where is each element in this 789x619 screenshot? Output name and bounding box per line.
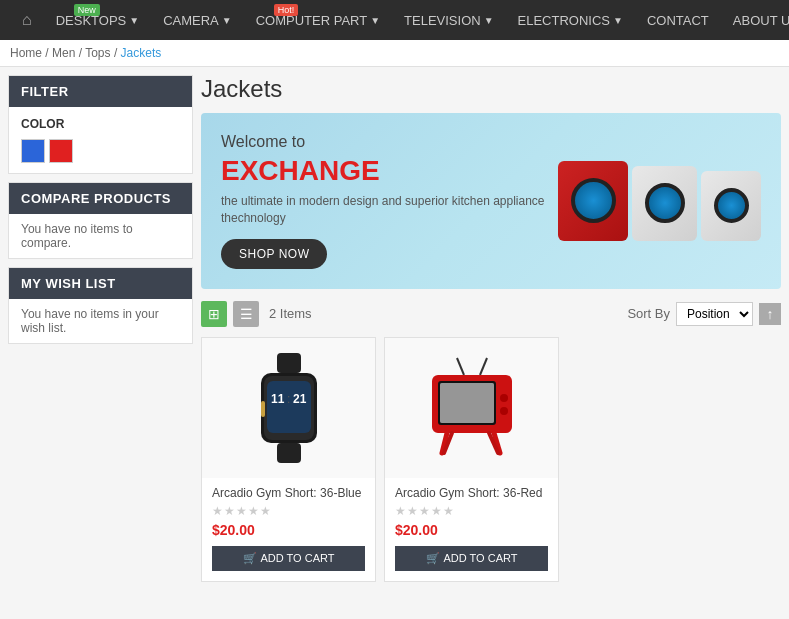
breadcrumb-men[interactable]: Men: [52, 46, 75, 60]
compare-products-text: You have no items to compare.: [9, 214, 192, 258]
nav-item-camera[interactable]: CAMERA ▼: [151, 0, 244, 40]
chevron-down-icon: ▼: [613, 15, 623, 26]
svg-text:21: 21: [293, 392, 307, 406]
nav-label-contact: CONTACT: [647, 13, 709, 28]
nav-label-computer-part: COMPUTER PART: [256, 13, 367, 28]
breadcrumb: Home / Men / Tops / Jackets: [0, 40, 789, 67]
breadcrumb-current: Jackets: [121, 46, 162, 60]
filter-block: FILTER COLOR: [8, 75, 193, 174]
svg-text:11: 11: [271, 392, 285, 406]
breadcrumb-tops[interactable]: Tops: [85, 46, 110, 60]
product-info-1: Arcadio Gym Short: 36-Blue ★★★★★ $20.00: [202, 486, 375, 538]
product-price-2: $20.00: [395, 522, 548, 538]
svg-point-16: [500, 407, 508, 415]
wishlist-title: MY WISH LIST: [9, 268, 192, 299]
add-to-cart-button-1[interactable]: 🛒 ADD TO CART: [212, 546, 365, 571]
promotional-banner: Welcome to EXCHANGE the ultimate in mode…: [201, 113, 781, 289]
washing-machine-door-white-2: [714, 188, 749, 223]
nav-label-television: TELEVISION: [404, 13, 481, 28]
washing-machines-illustration: [558, 161, 761, 241]
badge-hot: Hot!: [274, 4, 299, 16]
svg-rect-3: [267, 381, 311, 433]
compare-products-block: COMPARE PRODUCTS You have no items to co…: [8, 182, 193, 259]
product-stars-1: ★★★★★: [212, 504, 365, 518]
product-image-1: 11 : 21: [202, 338, 375, 478]
wishlist-text: You have no items in your wish list.: [9, 299, 192, 343]
color-filter-label: COLOR: [21, 117, 180, 131]
svg-rect-8: [261, 401, 265, 417]
nav-label-camera: CAMERA: [163, 13, 219, 28]
banner-title: EXCHANGE: [221, 155, 558, 187]
svg-text::: :: [287, 392, 290, 406]
products-toolbar: ⊞ ☰ 2 Items Sort By Position Name Price …: [201, 301, 781, 327]
banner-image: [558, 161, 761, 241]
product-name-2: Arcadio Gym Short: 36-Red: [395, 486, 548, 500]
sort-select[interactable]: Position Name Price: [676, 302, 753, 326]
washing-machine-door-white-1: [645, 183, 685, 223]
product-info-2: Arcadio Gym Short: 36-Red ★★★★★ $20.00: [385, 486, 558, 538]
nav-item-desktops[interactable]: DESKTOPS New ▼: [44, 0, 151, 40]
color-swatches: [21, 139, 180, 163]
page-title: Jackets: [201, 75, 781, 103]
grid-view-icon: ⊞: [208, 306, 220, 322]
svg-rect-14: [440, 383, 494, 423]
wishlist-block: MY WISH LIST You have no items in your w…: [8, 267, 193, 344]
chevron-down-icon: ▼: [129, 15, 139, 26]
breadcrumb-home[interactable]: Home: [10, 46, 42, 60]
badge-new: New: [74, 4, 100, 16]
product-stars-2: ★★★★★: [395, 504, 548, 518]
top-navigation: ⌂ DESKTOPS New ▼ CAMERA ▼ COMPUTER PART …: [0, 0, 789, 40]
filter-content: COLOR: [9, 107, 192, 173]
product-price-1: $20.00: [212, 522, 365, 538]
shop-now-button[interactable]: SHOP NOW: [221, 239, 327, 269]
banner-text-area: Welcome to EXCHANGE the ultimate in mode…: [221, 133, 558, 269]
nav-item-contact[interactable]: CONTACT: [635, 0, 721, 40]
retro-tv-illustration: [422, 353, 522, 463]
nav-item-about-us[interactable]: ABOUT US ▼: [721, 0, 789, 40]
washing-machine-white-2: [701, 171, 761, 241]
compare-products-title: COMPARE PRODUCTS: [9, 183, 192, 214]
svg-rect-0: [277, 353, 301, 373]
svg-rect-7: [277, 443, 301, 463]
nav-item-television[interactable]: TELEVISION ▼: [392, 0, 505, 40]
nav-label-about-us: ABOUT US: [733, 13, 789, 28]
nav-item-electronics[interactable]: ELECTRONICS ▼: [506, 0, 635, 40]
color-swatch-blue[interactable]: [21, 139, 45, 163]
svg-point-15: [500, 394, 508, 402]
sort-label: Sort By: [627, 306, 670, 321]
cart-icon-2: 🛒: [426, 552, 440, 565]
chevron-down-icon: ▼: [370, 15, 380, 26]
product-card-1[interactable]: 11 : 21 Arcadio Gym Short: 36-Blue ★★★★★…: [201, 337, 376, 582]
washing-machine-white-1: [632, 166, 697, 241]
grid-view-button[interactable]: ⊞: [201, 301, 227, 327]
items-count: 2 Items: [269, 306, 312, 321]
sort-direction-button[interactable]: ↑: [759, 303, 781, 325]
list-view-icon: ☰: [240, 306, 253, 322]
washing-machine-door-red: [571, 178, 616, 223]
add-to-cart-button-2[interactable]: 🛒 ADD TO CART: [395, 546, 548, 571]
sidebar: FILTER COLOR COMPARE PRODUCTS You have n…: [8, 75, 193, 582]
product-image-2: [385, 338, 558, 478]
main-layout: FILTER COLOR COMPARE PRODUCTS You have n…: [0, 67, 789, 590]
chevron-down-icon: ▼: [222, 15, 232, 26]
nav-label-electronics: ELECTRONICS: [518, 13, 610, 28]
svg-line-9: [457, 358, 464, 375]
svg-line-10: [480, 358, 487, 375]
add-to-cart-label-2: ADD TO CART: [444, 552, 518, 564]
banner-welcome: Welcome to: [221, 133, 558, 151]
smartwatch-illustration: 11 : 21: [249, 353, 329, 463]
product-name-1: Arcadio Gym Short: 36-Blue: [212, 486, 365, 500]
add-to-cart-label-1: ADD TO CART: [261, 552, 335, 564]
cart-icon-1: 🛒: [243, 552, 257, 565]
products-grid: 11 : 21 Arcadio Gym Short: 36-Blue ★★★★★…: [201, 337, 781, 582]
color-swatch-red[interactable]: [49, 139, 73, 163]
banner-subtitle: the ultimate in modern design and superi…: [221, 193, 558, 227]
chevron-down-icon: ▼: [484, 15, 494, 26]
main-content: Jackets Welcome to EXCHANGE the ultimate…: [201, 75, 781, 582]
washing-machine-red: [558, 161, 628, 241]
product-card-2[interactable]: Arcadio Gym Short: 36-Red ★★★★★ $20.00 🛒…: [384, 337, 559, 582]
nav-item-computer-part[interactable]: COMPUTER PART Hot! ▼: [244, 0, 392, 40]
home-nav-icon[interactable]: ⌂: [10, 11, 44, 29]
list-view-button[interactable]: ☰: [233, 301, 259, 327]
sort-area: Sort By Position Name Price ↑: [627, 302, 781, 326]
